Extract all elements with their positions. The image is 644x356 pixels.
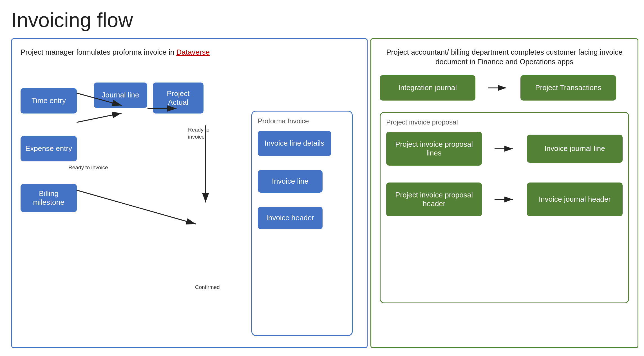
dataverse-link[interactable]: Dataverse: [176, 48, 210, 56]
project-transactions-box: Project Transactions: [520, 75, 616, 101]
main-layout: Project manager formulates proforma invo…: [11, 38, 633, 348]
invoice-header-box: Invoice header: [258, 207, 323, 229]
project-invoice-proposal-header-box: Project invoice proposal header: [386, 183, 482, 216]
project-actual-box: Project Actual: [153, 83, 204, 114]
time-entry-box: Time entry: [21, 88, 77, 114]
left-content: Time entry Expense entry Billing milesto…: [21, 66, 358, 336]
invoice-line-details-box: Invoice line details: [258, 131, 331, 156]
invoice-line-box: Invoice line: [258, 170, 323, 193]
arrow-int-to-pt: [487, 82, 509, 94]
left-col2: Journal line Project Actual: [88, 66, 150, 336]
left-col3: Proforma Invoice Invoice line details In…: [246, 66, 358, 336]
proforma-label: Proforma Invoice: [258, 117, 346, 125]
left-col1: Time entry Expense entry Billing milesto…: [21, 66, 88, 336]
integration-journal-box: Integration journal: [380, 75, 475, 101]
proposal-box: Project invoice proposal Project invoice…: [380, 112, 629, 303]
left-panel: Project manager formulates proforma invo…: [11, 38, 368, 348]
confirmed-label: Confirmed: [195, 284, 220, 290]
arrow-lines-to-journal: [493, 143, 516, 154]
page-title: Invoicing flow: [11, 8, 633, 32]
ready-to-invoice-label2: Ready toinvoice: [188, 126, 209, 140]
proforma-box: Proforma Invoice Invoice line details In…: [251, 111, 353, 336]
proposal-label: Project invoice proposal: [386, 118, 623, 126]
invoice-journal-header-box: Invoice journal header: [527, 183, 623, 216]
ready-to-invoice-label1: Ready to invoice: [68, 164, 108, 171]
left-panel-label: Project manager formulates proforma invo…: [21, 48, 358, 57]
expense-entry-box: Expense entry: [21, 136, 77, 161]
project-invoice-proposal-lines-box: Project invoice proposal lines: [386, 132, 482, 166]
invoice-journal-line-box: Invoice journal line: [527, 135, 623, 163]
right-panel: Project accountant/ billing department c…: [370, 38, 638, 348]
arrow-header-to-journal-header: [493, 194, 516, 205]
billing-milestone-box: Billing milestone: [21, 184, 77, 212]
right-panel-label: Project accountant/ billing department c…: [380, 48, 629, 67]
journal-line-box: Journal line: [94, 83, 147, 108]
